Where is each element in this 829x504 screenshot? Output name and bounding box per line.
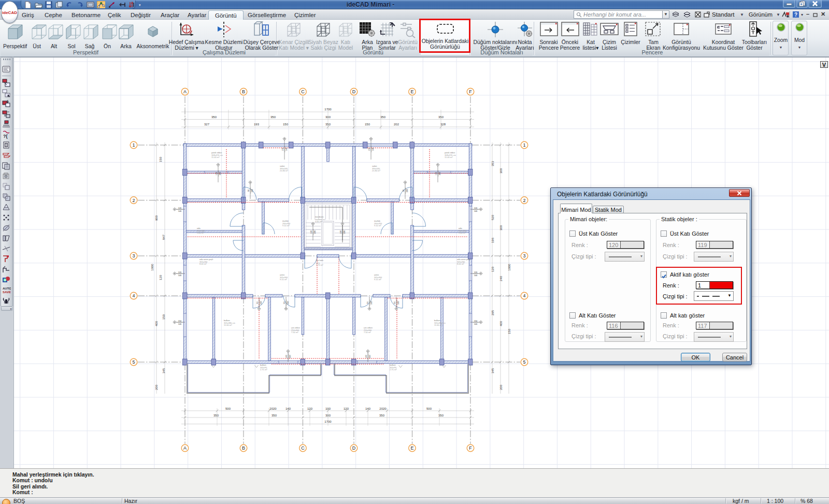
svg-text:140: 140 [365, 407, 371, 410]
svg-text:350: 350 [211, 116, 217, 119]
svg-text:350: 350 [380, 116, 386, 119]
svg-text:353: 353 [491, 161, 494, 166]
svg-text:150: 150 [435, 171, 437, 175]
svg-text:847: 847 [162, 234, 165, 240]
svg-text:327: 327 [204, 123, 210, 126]
svg-text:140: 140 [371, 147, 374, 151]
svg-text:F: F [469, 445, 472, 451]
svg-text:3: 3 [523, 253, 525, 258]
svg-text:193: 193 [254, 123, 260, 126]
svg-text:350: 350 [270, 116, 276, 119]
svg-text:9.15 m²: 9.15 m² [280, 278, 287, 281]
svg-text:2020: 2020 [269, 407, 277, 410]
svg-text:2.75 m²: 2.75 m² [260, 368, 267, 371]
svg-text:140: 140 [285, 407, 291, 410]
svg-text:E: E [410, 89, 413, 94]
svg-text:120: 120 [159, 275, 162, 280]
svg-text:500: 500 [225, 407, 231, 410]
svg-text:B: B [242, 89, 245, 94]
svg-text:2.70 m²: 2.70 m² [316, 264, 323, 266]
svg-text:?: ? [794, 12, 797, 18]
svg-text:150: 150 [162, 314, 165, 320]
svg-text:21.84 m²: 21.84 m² [280, 169, 288, 172]
svg-text:220: 220 [397, 300, 399, 304]
svg-text:520: 520 [491, 214, 494, 220]
svg-text:7.50 m²: 7.50 m² [291, 331, 298, 334]
svg-text:9.00 m²: 9.00 m² [197, 232, 204, 234]
svg-text:120: 120 [307, 407, 313, 410]
svg-text:140: 140 [178, 323, 182, 325]
svg-text:220: 220 [251, 189, 253, 192]
svg-text:2.75 m²: 2.75 m² [390, 368, 397, 371]
svg-text:C: C [301, 445, 305, 451]
svg-text:300: 300 [325, 414, 331, 417]
svg-text:220: 220 [287, 300, 289, 304]
svg-text:120: 120 [474, 207, 478, 209]
svg-text:120: 120 [474, 271, 478, 273]
svg-text:140: 140 [474, 210, 478, 212]
svg-text:2: 2 [132, 198, 135, 203]
svg-text:200: 200 [499, 384, 503, 390]
svg-text:C: C [301, 89, 305, 94]
svg-text:350: 350 [325, 123, 331, 126]
svg-text:200: 200 [155, 384, 158, 390]
svg-text:150: 150 [365, 123, 370, 126]
svg-text:350: 350 [438, 414, 444, 417]
svg-text:1: 1 [132, 142, 135, 148]
svg-text:7.50 m²: 7.50 m² [364, 331, 371, 334]
svg-text:140: 140 [474, 274, 478, 277]
svg-text:400: 400 [499, 321, 503, 326]
svg-text:120: 120 [178, 271, 182, 273]
svg-text:200: 200 [219, 171, 221, 175]
svg-text:11.40 m²: 11.40 m² [211, 156, 220, 159]
svg-text:120: 120 [344, 407, 349, 410]
svg-text:220: 220 [260, 300, 262, 304]
svg-text:5: 5 [523, 359, 525, 365]
svg-text:150: 150 [178, 320, 182, 322]
svg-text:B: B [242, 445, 245, 451]
svg-text:196: 196 [491, 237, 494, 243]
svg-text:21.84 m²: 21.84 m² [372, 169, 380, 172]
svg-text:220: 220 [289, 354, 291, 358]
svg-text:150: 150 [159, 156, 162, 162]
svg-text:200: 200 [438, 171, 441, 175]
svg-text:220: 220 [368, 354, 371, 358]
svg-text:90: 90 [366, 301, 369, 304]
svg-text:1000: 1000 [508, 264, 511, 271]
svg-text:5: 5 [132, 359, 135, 365]
svg-text:AUTO: AUTO [3, 287, 11, 290]
svg-text:F: F [469, 89, 472, 94]
svg-text:1: 1 [523, 142, 525, 148]
svg-text:11.60 m²: 11.60 m² [434, 324, 442, 326]
svg-text:11.60 m²: 11.60 m² [224, 324, 232, 326]
svg-text:A: A [183, 445, 187, 451]
svg-text:140: 140 [285, 354, 288, 358]
svg-text:1700: 1700 [324, 108, 332, 111]
svg-text:2020: 2020 [379, 407, 387, 410]
svg-text:400: 400 [155, 321, 158, 326]
svg-text:8.00 m²: 8.00 m² [457, 263, 464, 265]
svg-text:90: 90 [402, 189, 405, 192]
svg-text:300: 300 [499, 168, 503, 174]
svg-text:1000: 1000 [151, 264, 154, 271]
svg-text:240: 240 [499, 276, 503, 281]
svg-text:D: D [352, 445, 356, 451]
svg-text:SAVE: SAVE [3, 291, 11, 294]
svg-text:350: 350 [379, 414, 385, 417]
svg-text:4: 4 [523, 293, 525, 298]
svg-text:150: 150 [474, 320, 478, 322]
svg-text:1700: 1700 [324, 420, 332, 423]
svg-text:120: 120 [178, 207, 182, 209]
svg-text:90: 90 [256, 301, 259, 304]
svg-text:220: 220 [406, 189, 408, 192]
svg-text:E: E [410, 445, 413, 451]
svg-text:2: 2 [523, 198, 525, 203]
svg-text:300: 300 [499, 225, 503, 231]
svg-text:9.15 m²: 9.15 m² [374, 278, 381, 281]
svg-text:A: A [183, 89, 187, 94]
svg-text:350: 350 [271, 414, 277, 417]
svg-text:202: 202 [394, 123, 399, 126]
svg-text:4.60 m²: 4.60 m² [315, 220, 322, 223]
svg-text:100: 100 [325, 407, 331, 410]
svg-text:295: 295 [491, 310, 494, 315]
